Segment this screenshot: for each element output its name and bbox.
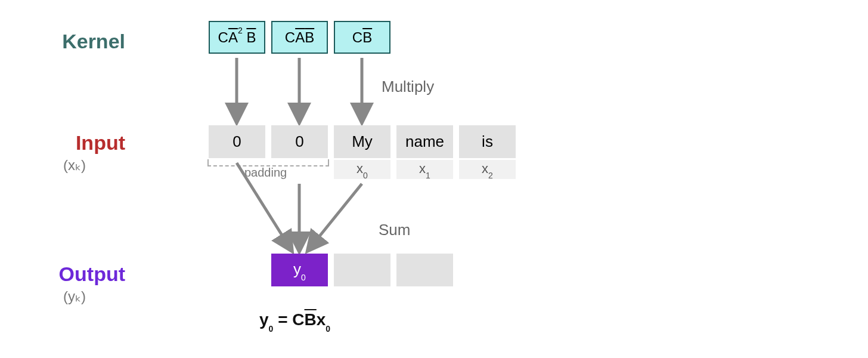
input-label: Input — [24, 131, 125, 155]
output-y2-empty — [396, 254, 453, 286]
input-x1-word: name — [396, 125, 453, 158]
input-x1-sym: x1 — [396, 160, 453, 179]
output-label: Output — [24, 263, 125, 286]
kernel-box-0: CA2 B — [209, 21, 265, 54]
output-y0: y0 — [271, 254, 328, 286]
input-x2-word: is — [459, 125, 516, 158]
svg-line-5 — [309, 184, 362, 249]
sum-label: Sum — [379, 221, 410, 239]
input-pad-1: 0 — [271, 125, 328, 158]
kernel-label: Kernel — [24, 30, 125, 53]
kernel-box-1: CAB — [271, 21, 328, 54]
padding-label: padding — [244, 166, 287, 180]
output-y1-empty — [334, 254, 390, 286]
input-x0-word: My — [334, 125, 390, 158]
output-sublabel: (yₖ) — [24, 288, 125, 305]
multiply-arrows — [209, 55, 399, 126]
input-x0-sym: x0 — [334, 160, 390, 179]
equation: y0 = CBx0 — [259, 310, 330, 331]
input-sublabel: (xₖ) — [24, 157, 125, 174]
input-pad-0: 0 — [209, 125, 265, 158]
input-x2-sym: x2 — [459, 160, 516, 179]
multiply-label: Multiply — [382, 78, 434, 96]
kernel-box-2: CB — [334, 21, 390, 54]
